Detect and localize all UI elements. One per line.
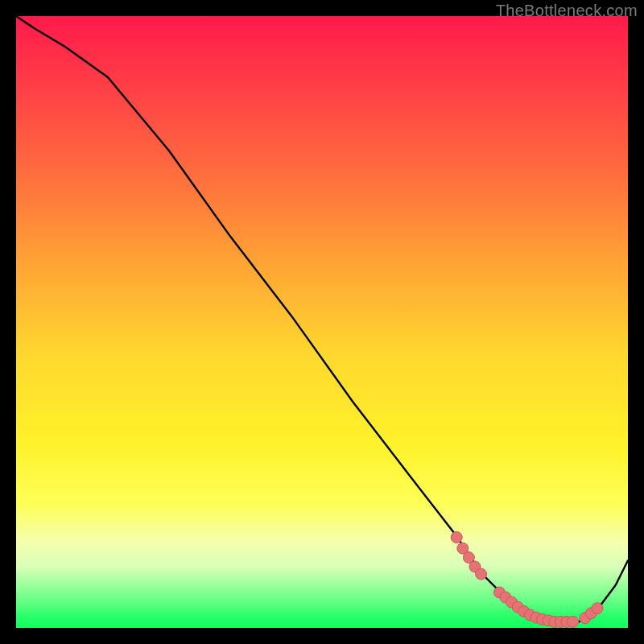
chart-frame: TheBottleneck.com [0,0,644,644]
plot-area [16,16,628,628]
curve-canvas [16,16,628,628]
